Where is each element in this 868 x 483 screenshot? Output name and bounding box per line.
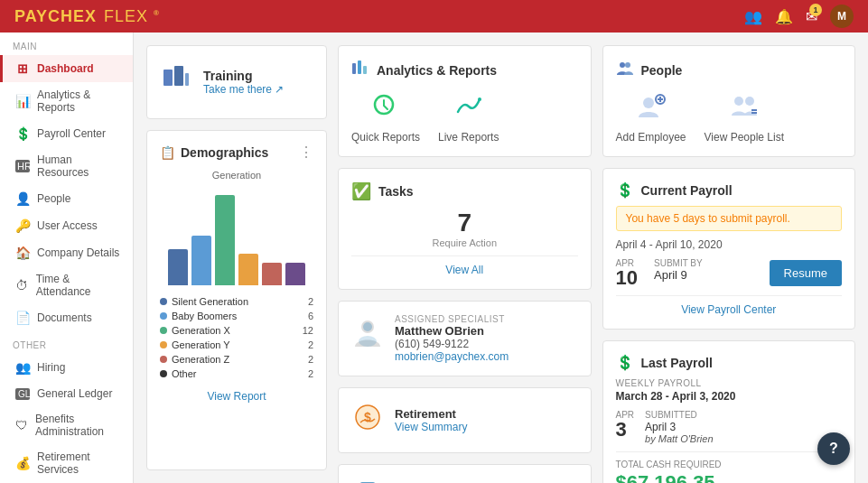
bar-generation-z — [262, 263, 282, 285]
last-payroll-card: 💲 Last Payroll WEEKLY PAYROLL March 28 -… — [602, 340, 856, 483]
sidebar-item-analytics[interactable]: 📊 Analytics & Reports — [0, 82, 133, 120]
sidebar-item-user-access[interactable]: 🔑 User Access — [0, 212, 133, 239]
lp-divider — [616, 451, 843, 452]
payroll-icon: 💲 — [15, 126, 30, 141]
demographics-menu[interactable]: ⋮ — [299, 144, 313, 161]
legend-dot — [160, 370, 167, 377]
sidebar-label-hiring: Hiring — [37, 361, 65, 374]
sidebar-item-hiring[interactable]: 👥 Hiring — [0, 354, 133, 381]
legend-item: Generation X 12 — [160, 323, 313, 338]
payroll-submit-date: April 9 — [654, 268, 703, 282]
add-employee-icon — [637, 92, 666, 127]
view-report-link[interactable]: View Report — [160, 390, 313, 403]
view-people-list-label: View People List — [705, 131, 785, 144]
sidebar-label-payroll: Payroll Center — [37, 127, 106, 140]
legend-label: Other — [172, 368, 197, 379]
hiring-icon: 👥 — [15, 360, 30, 375]
bar-silent-generation — [168, 249, 188, 285]
payroll-title: Current Payroll — [641, 183, 733, 198]
analytics-icon: 📊 — [15, 94, 30, 108]
add-employee-label: Add Employee — [616, 131, 686, 144]
sidebar-label-people: People — [37, 192, 70, 205]
resume-button[interactable]: Resume — [770, 260, 842, 286]
right-column: People Add Employe — [602, 45, 856, 470]
sidebar-item-gl[interactable]: GL General Ledger — [0, 381, 133, 406]
svg-point-19 — [643, 98, 654, 108]
legend-count: 2 — [308, 354, 313, 365]
lp-submit-label: SUBMITTED — [645, 410, 713, 420]
people-header: People — [616, 59, 843, 81]
sidebar-label-time: Time & Attendance — [36, 273, 120, 298]
tasks-view-all[interactable]: View All — [351, 255, 578, 276]
mail-icon[interactable]: ✉ 1 — [806, 8, 817, 25]
time-icon: ⏱ — [15, 278, 29, 293]
specialist-email[interactable]: mobrien@paychex.com — [395, 350, 509, 363]
demographics-icon: 📋 — [160, 145, 175, 160]
legend-count: 2 — [308, 339, 313, 350]
legend-item: Baby Boomers 6 — [160, 309, 313, 323]
mail-badge: 1 — [809, 4, 822, 16]
hr-icon: HR — [15, 160, 30, 172]
bar-other — [285, 263, 305, 285]
tasks-card: ✅ Tasks 7 Require Action View All — [338, 168, 592, 290]
payroll-submit-info: SUBMIT BY April 9 — [654, 258, 703, 282]
svg-rect-5 — [363, 66, 367, 74]
payroll-period: April 4 - April 10, 2020 — [616, 238, 843, 251]
training-link[interactable]: Take me there ↗ — [203, 83, 284, 96]
team-icon[interactable]: 👥 — [744, 8, 762, 25]
topnav: PAYCHEX FLEX ® 👥 🔔 ✉ 1 M — [0, 0, 868, 33]
legend-item: Generation Y 2 — [160, 338, 313, 352]
payroll-submit-label: SUBMIT BY — [654, 258, 703, 268]
sidebar-item-company[interactable]: 🏠 Company Details — [0, 239, 133, 266]
add-employee-btn[interactable]: Add Employee — [616, 92, 686, 144]
legend-item: Generation Z 2 — [160, 352, 313, 367]
total-cash-amount: $67,196.35 — [616, 471, 843, 483]
tools-icon — [351, 478, 384, 483]
total-cash-label: TOTAL CASH REQUIRED — [616, 460, 843, 469]
quick-reports-btn[interactable]: Quick Reports — [351, 92, 420, 144]
retirement-icon: 💰 — [15, 456, 30, 470]
lp-submit-date: April 3 — [645, 421, 713, 433]
svg-point-24 — [745, 97, 754, 106]
legend-left: Baby Boomers — [160, 311, 237, 321]
help-button[interactable]: ? — [817, 432, 850, 465]
sidebar-item-people[interactable]: 👤 People — [0, 185, 133, 212]
sidebar-item-retirement[interactable]: 💰 Retirement Services — [0, 444, 133, 482]
bell-icon[interactable]: 🔔 — [775, 8, 793, 25]
legend-dot — [160, 312, 167, 320]
analytics-icon — [351, 59, 369, 81]
legend-dot — [160, 341, 167, 348]
live-reports-btn[interactable]: Live Reports — [438, 92, 499, 144]
retirement-link[interactable]: View Summary — [395, 421, 467, 433]
legend: Silent Generation 2 Baby Boomers 6 Gener… — [160, 294, 313, 381]
specialist-name: Matthew OBrien — [395, 324, 509, 338]
sidebar-item-documents[interactable]: 📄 Documents — [0, 304, 133, 331]
sidebar-item-payroll[interactable]: 💲 Payroll Center — [0, 120, 133, 147]
sidebar-item-time[interactable]: ⏱ Time & Attendance — [0, 266, 133, 304]
analytics-title: Analytics & Reports — [377, 63, 497, 78]
sidebar-item-benefits[interactable]: 🛡 Benefits Administration — [0, 406, 133, 444]
lp-submit-info: SUBMITTED April 3 by Matt O'Brien — [645, 410, 713, 444]
legend-count: 2 — [308, 368, 313, 379]
gl-icon: GL — [15, 388, 30, 400]
tools-card: Tools & Resources View Links — [338, 464, 592, 483]
bar-baby-boomers — [191, 236, 211, 285]
view-people-list-btn[interactable]: View People List — [705, 92, 785, 144]
weekly-payroll-period: March 28 - April 3, 2020 — [616, 390, 843, 403]
legend-count: 12 — [303, 325, 313, 336]
svg-point-10 — [359, 336, 377, 347]
people-card-icon — [616, 59, 634, 81]
retirement-info: Retirement View Summary — [395, 407, 467, 433]
sidebar-item-dashboard[interactable]: ⊞ Dashboard — [0, 55, 133, 82]
payroll-date-block: APR 10 SUBMIT BY April 9 — [616, 258, 703, 288]
view-payroll-link[interactable]: View Payroll Center — [616, 295, 843, 316]
sidebar-label-gl: General Ledger — [37, 387, 112, 400]
sidebar-item-hr[interactable]: HR Human Resources — [0, 147, 133, 185]
middle-column: Analytics & Reports Quick Reports — [338, 45, 592, 470]
last-payroll-title: Last Payroll — [641, 356, 713, 370]
people-card: People Add Employe — [602, 45, 856, 157]
last-payroll-date-block: APR 3 — [616, 410, 635, 440]
training-title: Training — [203, 69, 284, 83]
avatar[interactable]: M — [830, 5, 854, 28]
demographics-card: 📋 Demographics ⋮ Generation Silent Gener… — [146, 130, 327, 470]
